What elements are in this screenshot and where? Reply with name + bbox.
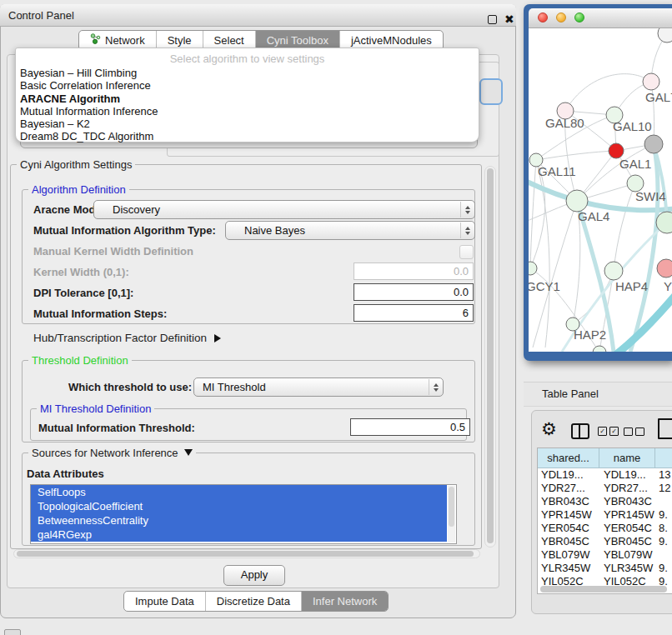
network-node[interactable] (643, 73, 659, 90)
checked-box-icon[interactable]: ✓ (598, 427, 607, 436)
settings-horizontal-scrollbar[interactable] (13, 549, 480, 558)
network-node[interactable] (529, 262, 537, 275)
tab-discretize-data[interactable]: Discretize Data (205, 592, 301, 611)
network-node[interactable] (593, 346, 606, 352)
stepper-arrows-icon[interactable] (429, 379, 442, 395)
mi-threshold-field[interactable]: 0.5 (350, 418, 470, 436)
table-cell (655, 548, 672, 562)
stepper-arrows-icon[interactable] (460, 222, 474, 238)
unchecked-box-icon[interactable] (635, 428, 644, 436)
algorithm-dropdown: Select algorithm to view settings Bayesi… (15, 48, 479, 142)
column-header[interactable]: name (599, 448, 655, 468)
attribute-item[interactable]: gal4RGexp (31, 528, 447, 542)
tab-infer-network[interactable]: Infer Network (301, 592, 388, 611)
apply-button[interactable]: Apply (223, 565, 285, 586)
table-row[interactable]: YPR145WYPR145W9. (538, 508, 672, 522)
node-label: HAP4 (615, 279, 648, 293)
table-cell: YER054C (538, 522, 599, 535)
network-node[interactable] (604, 262, 623, 280)
attribute-item[interactable]: SelfLoops (31, 485, 447, 499)
column-header[interactable]: shared... (538, 448, 599, 468)
close-traffic-light[interactable] (538, 12, 548, 22)
close-icon[interactable]: ✖ (504, 8, 514, 31)
network-node[interactable] (658, 28, 672, 42)
aracne-mode-select[interactable]: Discovery (93, 200, 475, 219)
network-graph: GAL7GAL80GAL10GAL11GAL1SWI4GAL4GCY1HAP4Y… (529, 28, 672, 352)
table-panel-title: Table Panel (542, 382, 599, 406)
kernel-width-field[interactable]: 0.0 (354, 262, 474, 280)
dropdown-prompt: Select algorithm to view settings (16, 51, 479, 67)
which-threshold-select[interactable]: MI Threshold (193, 378, 444, 397)
tab-impute-data[interactable]: Impute Data (124, 592, 205, 611)
network-node[interactable] (644, 135, 663, 153)
table-cell: YDR27... (599, 482, 655, 495)
stepper-arrows-icon[interactable] (460, 202, 474, 218)
list-scrollbar[interactable] (448, 486, 455, 542)
table-body: YDL19...YDL19...13YDR27...YDR27...12YBR0… (538, 468, 672, 588)
table-row[interactable]: YDR27...YDR27...12 (538, 482, 672, 495)
dpi-tolerance-label: DPI Tolerance [0,1]: (33, 287, 133, 299)
dropdown-item[interactable]: Basic Correlation Inference (16, 79, 479, 92)
dropdown-item[interactable]: ARACNE Algorithm (16, 92, 479, 105)
table-row[interactable]: YER054CYER054C8. (538, 522, 672, 535)
dpi-tolerance-field[interactable]: 0.0 (354, 283, 474, 301)
table-panel-header: Table Panel (524, 382, 672, 407)
scrollbar-thumb[interactable] (17, 551, 474, 557)
scrollbar-thumb[interactable] (449, 487, 454, 527)
scrollbar-thumb[interactable] (540, 586, 667, 592)
algorithm-definition-title: Algorithm Definition (28, 183, 129, 196)
dropdown-item[interactable]: Bayesian – Hill Climbing (16, 67, 479, 79)
table-row[interactable]: YBR045CYBR045C9. (538, 535, 672, 548)
table-cell (655, 495, 672, 508)
hidden-focused-combo-fragment (479, 78, 503, 105)
dropdown-item[interactable]: Mutual Information Inference (16, 105, 479, 118)
page-icon[interactable] (658, 418, 672, 439)
screen: Control Panel ✖ NetworkStyleSelectCyni T… (0, 0, 672, 635)
table-horizontal-scrollbar[interactable] (539, 585, 671, 593)
network-window-titlebar[interactable] (529, 8, 672, 28)
node-label: GAL11 (538, 164, 576, 178)
scrollbar-thumb[interactable] (487, 168, 494, 543)
mi-algorithm-type-value: Naive Bayes (244, 222, 305, 239)
dropdown-item-list: Bayesian – Hill ClimbingBasic Correlatio… (16, 67, 479, 143)
control-panel-titlebar[interactable]: Control Panel ✖ (0, 4, 516, 27)
table-cell: 9. (655, 508, 672, 522)
zoom-traffic-light[interactable] (574, 12, 584, 22)
network-node[interactable] (657, 259, 672, 278)
network-canvas[interactable]: GAL7GAL80GAL10GAL11GAL1SWI4GAL4GCY1HAP4Y… (529, 28, 672, 352)
table-cell: YPR145W (538, 508, 599, 522)
node-label: HAP2 (574, 328, 606, 342)
table-row[interactable]: YBL079WYBL079W (538, 548, 672, 562)
dropdown-item[interactable]: Dream8 DC_TDC Algorithm (16, 130, 479, 142)
table-cell: YBL079W (538, 548, 599, 562)
manual-kernel-width-checkbox[interactable] (459, 245, 474, 259)
float-window-icon[interactable] (488, 15, 497, 24)
settings-vertical-scrollbar[interactable] (484, 166, 496, 548)
minimize-traffic-light[interactable] (556, 12, 566, 22)
table-cell: 9. (655, 562, 672, 575)
table-row[interactable]: YBR043CYBR043C (538, 495, 672, 508)
mi-algorithm-type-select[interactable]: Naive Bayes (225, 221, 475, 240)
node-label: SWI4 (635, 189, 666, 203)
dropdown-item[interactable]: Bayesian – K2 (16, 118, 479, 130)
table-cell: 8. (655, 522, 672, 535)
table-row[interactable]: YDL19...YDL19...13 (538, 468, 672, 482)
checked-box-icon[interactable]: ✓ (609, 427, 619, 436)
hub-definition-expander[interactable]: Hub/Transcription Factor Definition (33, 332, 221, 344)
mi-steps-field[interactable]: 6 (354, 304, 474, 322)
sources-group-title[interactable]: Sources for Network Inference (28, 447, 196, 459)
kernel-width-label: Kernel Width (0,1): (33, 266, 129, 278)
node-label: GAL7 (645, 90, 672, 104)
column-header[interactable]: A (655, 448, 672, 468)
table-row[interactable]: YLR345WYLR345W9. (538, 562, 672, 575)
table-cell: YER054C (599, 522, 655, 535)
partial-bottom-button[interactable] (4, 629, 21, 635)
manual-kernel-width-label: Manual Kernel Width Definition (33, 245, 193, 258)
column-view-icon[interactable] (571, 423, 589, 439)
gear-icon[interactable]: ⚙ (541, 419, 557, 439)
unchecked-box-icon[interactable] (624, 428, 633, 436)
network-window: GAL7GAL80GAL10GAL11GAL1SWI4GAL4GCY1HAP4Y… (524, 4, 672, 361)
attribute-item[interactable]: BetweennessCentrality (31, 513, 447, 528)
node-label: GAL10 (613, 119, 652, 133)
attribute-item[interactable]: TopologicalCoefficient (31, 499, 447, 513)
